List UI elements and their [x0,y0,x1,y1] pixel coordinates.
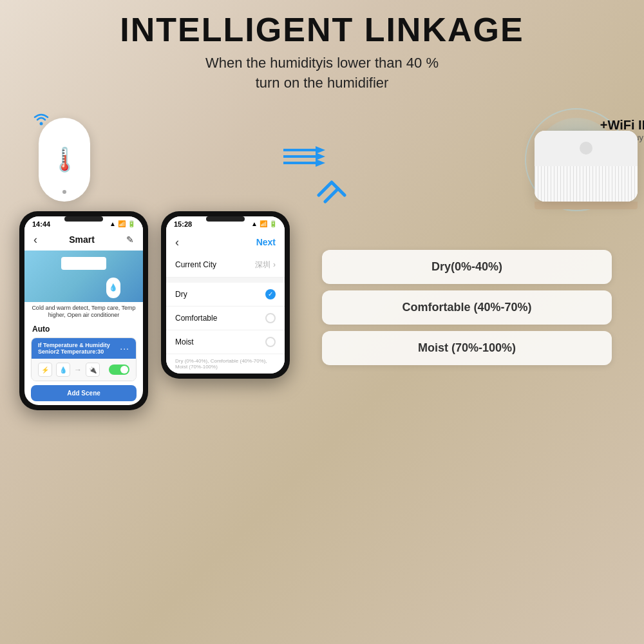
info-card-moist: Moist (70%-100%) [322,331,612,365]
automation-header: If Temperature & Humidity Senior2 Temper… [32,338,136,359]
comfortable-range-text: Comfortable (40%-70%) [335,301,599,314]
dry-range-text: Dry(0%-40%) [335,260,599,274]
moist-radio [265,337,276,347]
info-card-comfortable: Comfortable (40%-70%) [322,290,612,325]
sensor-device: 🌡️ [39,118,90,202]
comfortable-label: Comfortable [175,314,217,323]
sensor-body: 🌡️ [39,118,90,202]
dry-radio-checked: ✓ [265,289,276,299]
phone-2-time: 15:28 [174,220,192,228]
smart-speaker [535,131,638,202]
sensor-indicator [62,190,66,194]
current-city-row[interactable]: Current City 深圳 › [166,253,285,278]
phone-2: 15:28 ▲ 📶 🔋 ‹ Next Current City [161,211,290,379]
phone-1-notch [64,216,103,222]
speaker-button [580,142,592,155]
bolt-icon-box: ⚡ [38,363,52,377]
right-info-panel: Dry(0%-40%) Comfortable (40%-70%) Moist … [303,211,625,365]
moist-option[interactable]: Moist [166,330,285,354]
arrow-connector [283,144,341,169]
phone-1: 14:44 ▲ 📶 🔋 ‹ Smart ✎ 💧 [19,211,148,410]
phone-1-ac-image: 💧 [24,251,143,302]
phone-1-back[interactable]: ‹ [33,233,37,247]
toggle-switch[interactable] [109,365,129,375]
phone-1-screen: 14:44 ▲ 📶 🔋 ‹ Smart ✎ 💧 [24,216,143,405]
page-title: INTELLIGENT LINKAGE [13,12,631,48]
phone-1-caption: Cold and warm detect, Temp care, Temp hi… [24,302,143,322]
phone-2-notch [206,216,245,222]
automation-title: If Temperature & Humidity Senior2 Temper… [38,342,120,355]
dots-menu[interactable]: ··· [120,343,129,354]
svg-point-0 [40,122,43,125]
phone-2-status-icons: ▲ 📶 🔋 [251,220,277,227]
main-content: INTELLIGENT LINKAGE When the humidityis … [0,0,644,644]
phone-1-status-icons: ▲ 📶 🔋 [109,220,135,227]
current-city-value: 深圳 › [255,260,276,270]
speaker-top [535,131,638,166]
phones-section: 14:44 ▲ 📶 🔋 ‹ Smart ✎ 💧 [0,202,644,410]
chevron-right-icon: › [273,260,276,269]
list-divider [166,278,285,283]
header-section: INTELLIGENT LINKAGE When the humidityis … [0,0,644,99]
smart-speaker-shelf [535,131,638,209]
humidity-sensor-mini: 💧 [106,278,120,298]
middle-section: 🌡️ +WiFi IR Remote (please b [0,99,644,202]
phone-1-auto-label: Auto [24,322,143,335]
phone-2-nav: ‹ Next [166,231,285,253]
comfortable-option[interactable]: Comfortable [166,307,285,330]
spacer-top [322,224,612,243]
subtitle-text: When the humidityis lower than 40 % turn… [13,53,631,93]
phone-1-edit[interactable]: ✎ [126,234,134,245]
dry-option[interactable]: Dry ✓ [166,283,285,307]
outlet-icon-box: 🔌 [86,363,100,377]
moist-range-text: Moist (70%-100%) [335,341,599,355]
phone-1-nav: ‹ Smart ✎ [24,231,143,251]
current-city-label: Current City [175,260,216,269]
phone-1-automation-card[interactable]: If Temperature & Humidity Senior2 Temper… [31,337,137,381]
phone-2-screen: 15:28 ▲ 📶 🔋 ‹ Next Current City [166,216,285,374]
comfortable-radio [265,313,276,323]
automation-body: ⚡ 💧 → 🔌 [32,359,136,381]
shelf-surface [535,202,638,209]
humidity-hint: Dry (0%-40%), Comfortable (40%-70%), Moi… [166,354,285,374]
water-icon-box: 💧 [56,363,70,377]
arrow-connector-icon: → [74,365,82,374]
phone-1-time: 14:44 [32,220,50,228]
info-card-dry: Dry(0%-40%) [322,250,612,284]
moist-label: Moist [175,337,194,346]
add-scene-button[interactable]: Add Scene [31,385,137,401]
phone-2-next[interactable]: Next [256,237,276,247]
dry-label: Dry [175,290,187,299]
phone-2-back[interactable]: ‹ [175,236,179,249]
thermometer-icon: 🌡️ [50,146,79,173]
phone-1-title: Smart [69,234,95,245]
decorative-arrows [316,176,348,211]
speaker-grille [535,166,638,202]
ac-unit-icon [61,257,106,270]
